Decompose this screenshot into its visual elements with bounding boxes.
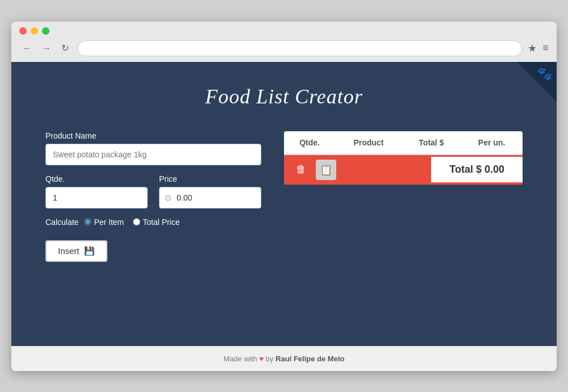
table-footer: 🗑 📋 Total $ 0.00 — [284, 155, 523, 185]
star-icon[interactable]: ★ — [528, 42, 537, 55]
per-item-radio-label[interactable]: Per Item — [84, 218, 124, 227]
quantity-input[interactable] — [45, 187, 148, 208]
price-group: Price ⊙ — [159, 174, 261, 208]
close-button[interactable] — [19, 27, 27, 35]
footer-text-prefix: Made with — [224, 355, 257, 363]
forward-button[interactable]: → — [39, 41, 55, 55]
total-label: Total $ 0.00 — [440, 161, 513, 178]
product-name-input[interactable] — [45, 144, 261, 165]
col-qtde: Qtde. — [284, 131, 335, 155]
calculate-row: Calculate Per Item Total Price — [45, 218, 261, 227]
calculate-label: Calculate — [45, 218, 78, 227]
price-input-wrapper: ⊙ — [159, 187, 261, 208]
refresh-button[interactable]: ↻ — [58, 41, 72, 55]
copy-button[interactable]: 📋 — [316, 160, 336, 180]
heart-icon: ♥ — [259, 355, 265, 363]
browser-actions: ★ ≡ — [528, 42, 549, 55]
nav-buttons: ← → ↻ — [19, 41, 72, 55]
total-price-radio[interactable] — [133, 218, 140, 226]
table-footer-right: Total $ 0.00 — [431, 157, 523, 182]
radio-group: Per Item Total Price — [84, 218, 179, 227]
address-bar[interactable] — [78, 40, 522, 56]
col-per-un: Per un. — [461, 131, 523, 155]
total-price-label: Total Price — [143, 218, 179, 227]
price-label: Price — [159, 174, 261, 184]
left-panel: Product Name Qtde. Price ⊙ — [45, 131, 261, 262]
app-title: Food List Creator — [45, 85, 523, 109]
insert-button[interactable]: Insert 💾 — [45, 240, 107, 262]
app-content: 🐾 Food List Creator Product Name Qtde. P… — [11, 62, 557, 346]
insert-button-label: Insert — [58, 246, 80, 256]
maximize-button[interactable] — [42, 27, 49, 35]
trash-icon: 🗑 — [296, 164, 306, 176]
footer-actions: 🗑 📋 — [291, 160, 336, 180]
currency-icon: ⊙ — [165, 193, 172, 202]
save-icon: 💾 — [84, 246, 95, 256]
minimize-button[interactable] — [31, 27, 38, 35]
browser-window: ← → ↻ ★ ≡ 🐾 Food List Creator Product Na… — [11, 22, 557, 371]
footer-text-by: by — [266, 355, 274, 363]
quantity-label: Qtde. — [45, 174, 148, 184]
corner-decoration: 🐾 — [517, 62, 557, 102]
main-layout: Product Name Qtde. Price ⊙ — [45, 131, 523, 262]
delete-button[interactable]: 🗑 — [291, 160, 311, 180]
col-total: Total $ — [402, 131, 461, 155]
right-panel: Qtde. Product Total $ Per un. — [284, 131, 523, 185]
col-product: Product — [335, 131, 402, 155]
table-header-row: Qtde. Product Total $ Per un. — [284, 131, 523, 155]
table-head: Qtde. Product Total $ Per un. — [284, 131, 523, 155]
per-item-radio[interactable] — [84, 218, 91, 226]
page-footer: Made with ♥ by Raul Felipe de Melo — [11, 346, 557, 371]
footer-author: Raul Felipe de Melo — [275, 355, 344, 363]
table-container: Qtde. Product Total $ Per un. — [284, 131, 523, 185]
menu-icon[interactable]: ≡ — [542, 42, 549, 55]
per-item-label: Per Item — [94, 218, 124, 227]
price-input[interactable] — [159, 187, 261, 208]
corner-icon: 🐾 — [537, 66, 552, 81]
copy-icon: 📋 — [320, 164, 332, 176]
data-table: Qtde. Product Total $ Per un. — [284, 131, 523, 155]
total-price-radio-label[interactable]: Total Price — [133, 218, 179, 227]
browser-titlebar: ← → ↻ ★ ≡ — [11, 22, 557, 62]
form-row: Qtde. Price ⊙ — [45, 174, 261, 208]
window-controls — [19, 27, 549, 35]
product-name-label: Product Name — [45, 131, 261, 140]
quantity-group: Qtde. — [45, 174, 148, 208]
browser-toolbar: ← → ↻ ★ ≡ — [19, 40, 549, 62]
back-button[interactable]: ← — [19, 41, 35, 55]
